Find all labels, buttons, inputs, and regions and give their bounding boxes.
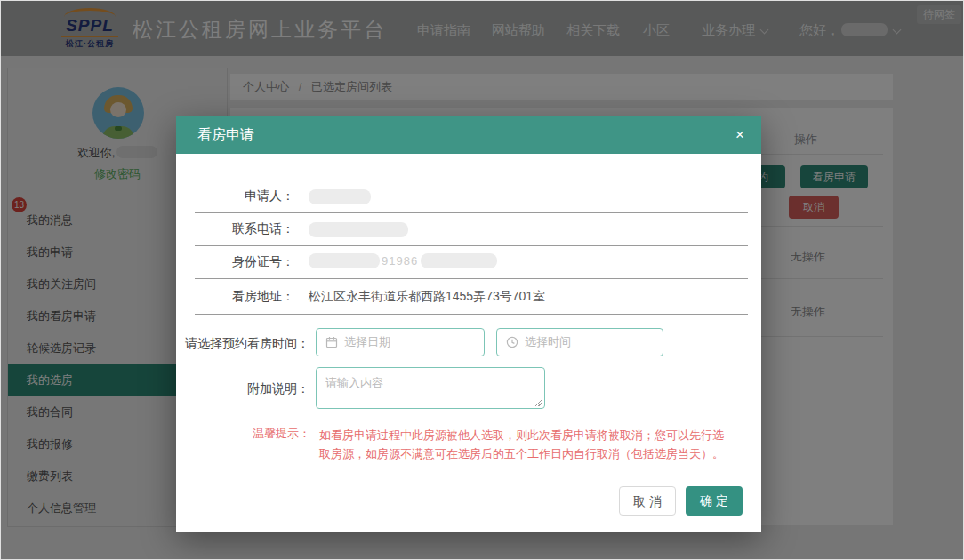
dialog-header: 看房申请 × <box>176 116 761 154</box>
applicant-row: 申请人： <box>195 180 748 213</box>
date-picker-input[interactable]: 选择日期 <box>316 328 485 356</box>
confirm-button[interactable]: 确定 <box>686 486 743 516</box>
note-label: 附加说明： <box>176 381 309 397</box>
applicant-value-redacted <box>309 189 371 204</box>
address-row: 看房地址： 松江区永丰街道乐都西路1455弄73号701室 <box>195 279 748 315</box>
time-placeholder: 选择时间 <box>525 334 571 350</box>
address-label: 看房地址： <box>195 289 294 305</box>
resize-handle[interactable] <box>534 398 542 406</box>
dialog-title: 看房申请 <box>197 116 254 154</box>
phone-label: 联系电话： <box>195 221 294 237</box>
clock-icon <box>506 336 518 348</box>
address-value: 松江区永丰街道乐都西路1455弄73号701室 <box>309 289 545 305</box>
time-select-label: 请选择预约看房时间： <box>176 336 309 352</box>
app-root: SPPL 松江·公租房 松江公租房网上业务平台 申请指南 网站帮助 相关下载 小… <box>0 0 964 560</box>
applicant-label: 申请人： <box>195 188 294 204</box>
idcard-redacted <box>421 253 497 268</box>
idcard-redacted <box>309 253 380 268</box>
viewing-application-dialog: 看房申请 × 申请人： 联系电话： 身份证号： 91986 看房地址： 松江区永… <box>176 116 761 532</box>
calendar-icon <box>325 336 338 348</box>
time-picker-input[interactable]: 选择时间 <box>496 328 663 356</box>
warm-tip-label: 温馨提示： <box>253 426 310 442</box>
note-placeholder: 请输入内容 <box>325 376 383 389</box>
close-icon[interactable]: × <box>735 116 744 154</box>
idcard-visible-fragment: 91986 <box>382 254 418 268</box>
date-placeholder: 选择日期 <box>344 334 390 350</box>
cancel-button[interactable]: 取消 <box>619 486 676 516</box>
phone-value-redacted <box>309 222 408 237</box>
note-textarea[interactable]: 请输入内容 <box>316 367 545 409</box>
idcard-row: 身份证号： 91986 <box>195 246 748 279</box>
warm-tip-text: 如看房申请过程中此房源被他人选取，则此次看房申请将被取消；您可以先行选 取房源，… <box>319 426 755 463</box>
idcard-label: 身份证号： <box>195 254 294 270</box>
phone-row: 联系电话： <box>195 213 748 246</box>
